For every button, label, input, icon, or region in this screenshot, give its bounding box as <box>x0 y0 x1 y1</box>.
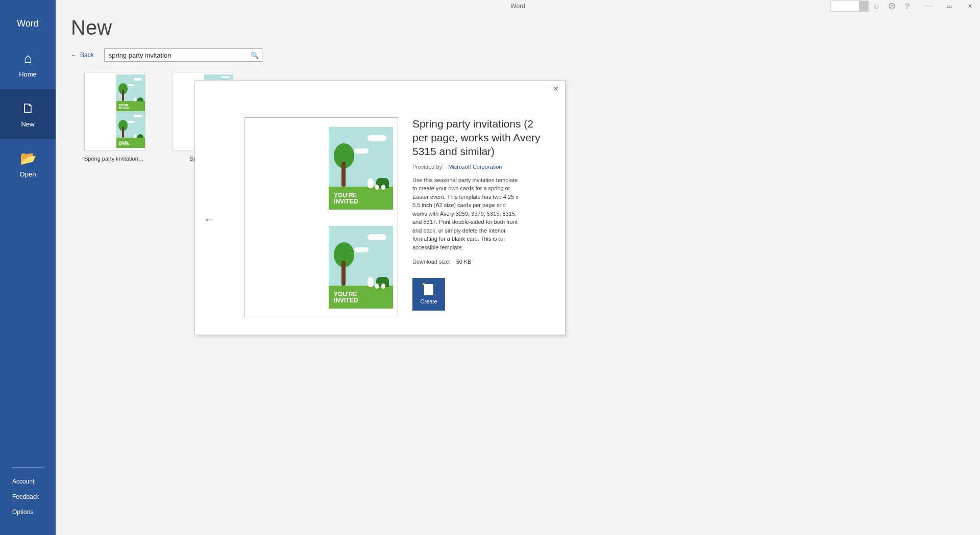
template-description: Use this seasonal party invitation templ… <box>412 176 521 252</box>
home-icon: ⌂ <box>24 50 32 66</box>
template-result-label: Spring party invitations (2… <box>84 156 145 162</box>
sidebar-item-feedback[interactable]: Feedback <box>12 489 43 504</box>
page-heading: New <box>71 16 965 39</box>
template-result[interactable]: YOU'REINVITED YOU'REINVITED Spring party… <box>84 72 145 162</box>
new-document-icon: 🗋 <box>21 100 35 116</box>
sidebar-item-options[interactable]: Options <box>12 504 43 520</box>
back-arrow-icon: ← <box>71 52 77 59</box>
search-icon[interactable]: 🔍 <box>251 52 259 59</box>
template-preview-dialog: ✕ ← YOU'REINVITED YOU'REINVITED Spring p… <box>194 80 566 335</box>
template-info: Spring party invitations (2 per page, wo… <box>412 117 550 317</box>
sidebar-item-new[interactable]: 🗋 New <box>0 89 56 139</box>
sidebar-item-account[interactable]: Account <box>12 474 43 489</box>
download-size: Download size: 50 KB <box>412 259 550 265</box>
template-provider: Provided by: Microsoft Corporation <box>412 164 550 170</box>
create-document-icon <box>424 284 433 295</box>
dialog-body: YOU'REINVITED YOU'REINVITED Spring party… <box>244 117 550 317</box>
template-thumbnail: YOU'REINVITED YOU'REINVITED <box>84 72 145 150</box>
dialog-close-button[interactable]: ✕ <box>553 85 559 93</box>
provider-link[interactable]: Microsoft Corporation <box>448 164 502 170</box>
previous-template-button[interactable]: ← <box>203 212 215 226</box>
create-button[interactable]: Create <box>412 278 445 311</box>
sidebar-item-label: New <box>21 120 34 128</box>
sidebar-item-label: Open <box>20 170 36 178</box>
sidebar-app-name: Word <box>0 0 56 39</box>
template-preview: YOU'REINVITED YOU'REINVITED <box>244 117 398 317</box>
sidebar-nav: ⌂ Home 🗋 New 📂 Open <box>0 39 56 189</box>
back-label: Back <box>80 52 94 59</box>
folder-open-icon: 📂 <box>20 150 36 166</box>
provided-by-label: Provided by: <box>412 164 444 170</box>
back-button[interactable]: ← Back <box>71 52 94 59</box>
create-label: Create <box>420 298 437 304</box>
search-input[interactable] <box>109 52 248 59</box>
template-title: Spring party invitations (2 per page, wo… <box>412 117 550 159</box>
download-size-label: Download size: <box>412 259 451 265</box>
sidebar: Word ⌂ Home 🗋 New 📂 Open Account Feedbac… <box>0 0 56 535</box>
template-search-box[interactable]: 🔍 <box>104 48 262 62</box>
search-toolbar: ← Back 🔍 <box>71 48 965 62</box>
sidebar-item-home[interactable]: ⌂ Home <box>0 39 56 89</box>
download-size-value: 50 KB <box>456 259 472 265</box>
sidebar-item-label: Home <box>19 70 37 78</box>
sidebar-item-open[interactable]: 📂 Open <box>0 139 56 189</box>
sidebar-bottom: Account Feedback Options <box>0 467 56 535</box>
